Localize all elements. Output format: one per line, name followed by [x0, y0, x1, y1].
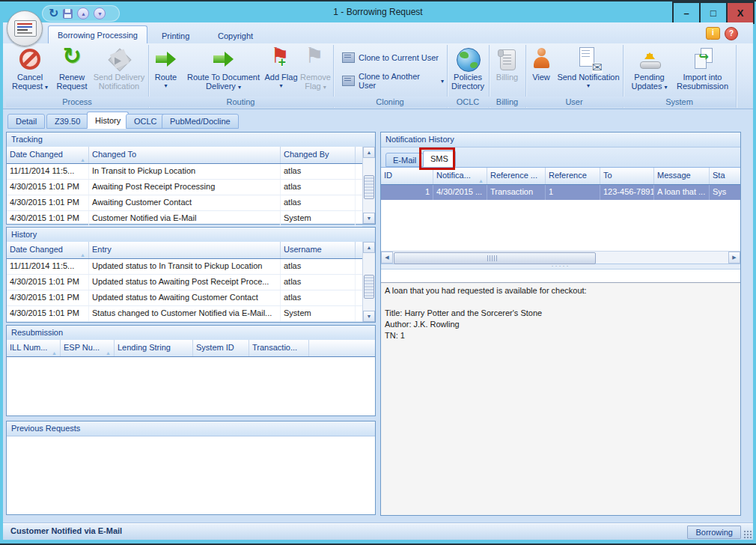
table-row[interactable]: 4/30/2015 1:01 PM Awaiting Customer Cont…	[7, 195, 362, 211]
column-header[interactable]: Message	[654, 168, 710, 184]
globe-icon	[457, 48, 481, 72]
remove-flag-icon: ⚑	[305, 44, 324, 68]
notification-history-title: Notification History	[381, 133, 740, 147]
notification-tab-row: E-Mail SMS	[381, 147, 740, 168]
column-header[interactable]: Reference	[546, 168, 600, 184]
sort-asc-icon: ▲	[106, 345, 111, 356]
column-header[interactable]: System ID	[193, 340, 249, 356]
horizontal-scrollbar[interactable]: ◀ ▶	[381, 251, 740, 264]
ribbon-group-billing: Billing Billing	[489, 45, 526, 108]
sort-asc-icon: ▲	[478, 173, 484, 184]
column-header[interactable]: Transactio...	[249, 340, 309, 356]
tab-copyright[interactable]: Copyright	[209, 28, 262, 43]
tab-history[interactable]: History	[87, 112, 129, 129]
route-to-document-delivery-button[interactable]: Route To Document Delivery ▾	[183, 45, 264, 97]
button-label: Directory	[451, 82, 484, 91]
column-header[interactable]: Reference ...	[487, 168, 546, 184]
clone-to-current-user-button[interactable]: Clone to Current User	[339, 51, 442, 64]
scrollbar-thumb[interactable]	[394, 252, 596, 264]
scrollbar-thumb[interactable]	[364, 175, 374, 199]
button-label: Route To Document	[187, 73, 260, 82]
column-header[interactable]: Date Changed▲	[7, 242, 89, 258]
sms-row-selected[interactable]: 1 4/30/2015 ... Transaction 1 123-456-78…	[381, 185, 740, 200]
renew-request-button[interactable]: ↻ Renew Request	[52, 45, 91, 97]
ribbon-group-process: Cancel Request ▾ ↻ Renew Request Send De…	[6, 45, 149, 108]
splitter-handle[interactable]: ·····	[381, 264, 740, 270]
column-header[interactable]: Notifica...▲	[433, 168, 487, 184]
scroll-down-button[interactable]: ▼	[363, 213, 375, 224]
button-label: Delivery ▾	[206, 82, 241, 92]
table-row[interactable]: 4/30/2015 1:01 PM Customer Notified via …	[7, 211, 362, 227]
column-header[interactable]: Entry	[89, 242, 281, 258]
minimize-button[interactable]: –	[672, 1, 701, 24]
column-header[interactable]: Date Changed▲	[7, 147, 89, 163]
window-title: 1 - Borrowing Request	[0, 7, 756, 17]
history-table: Date Changed▲ Entry Username 11/11/2014 …	[7, 242, 362, 322]
add-flag-button[interactable]: ⚑+ Add Flag ▾	[264, 45, 299, 97]
scroll-up-button[interactable]: ▲	[363, 242, 375, 253]
view-user-button[interactable]: View	[527, 45, 555, 97]
notice-balloon-icon[interactable]: i	[706, 27, 720, 40]
column-header[interactable]: Lending String	[115, 340, 193, 356]
import-into-resubmission-button[interactable]: ↪ Import into Resubmission	[673, 45, 733, 97]
table-row[interactable]: 11/11/2014 11:5... Updated status to In …	[7, 259, 362, 275]
policies-directory-button[interactable]: Policies Directory	[448, 45, 487, 97]
column-header-filler	[356, 147, 362, 163]
tab-pubmed-docline[interactable]: PubMed/Docline	[162, 114, 239, 129]
button-label: Updates ▾	[631, 82, 667, 92]
table-row[interactable]: 4/30/2015 1:01 PM Status changed to Cust…	[7, 306, 362, 322]
column-header[interactable]: Username	[281, 242, 356, 258]
application-menu-button[interactable]	[7, 10, 43, 46]
clone-to-another-user-button[interactable]: Clone to Another User ▾	[339, 70, 447, 91]
history-panel: History Date Changed▲ Entry Username 11/…	[6, 227, 376, 323]
tab-printing[interactable]: Printing	[153, 28, 198, 43]
table-row[interactable]: 4/30/2015 1:01 PM Awaiting Post Receipt …	[7, 180, 362, 195]
tab-borrowing-processing[interactable]: Borrowing Processing	[48, 25, 147, 43]
tab-detail[interactable]: Detail	[7, 114, 45, 129]
sort-asc-icon: ▲	[80, 247, 85, 258]
help-icon[interactable]: ?	[725, 27, 738, 40]
tab-z3950[interactable]: Z39.50	[46, 114, 88, 129]
send-notification-button[interactable]: ✉ Send Notification ▾	[555, 45, 621, 97]
ribbon-group-oclc: Policies Directory OCLC	[447, 45, 490, 108]
table-row[interactable]: 11/11/2014 11:5... In Transit to Pickup …	[7, 164, 362, 180]
cancel-request-button[interactable]: Cancel Request ▾	[7, 45, 52, 97]
column-header[interactable]: Sta	[710, 168, 740, 184]
scroll-up-button[interactable]: ▲	[363, 147, 375, 158]
table-row[interactable]: 4/30/2015 1:01 PM Updated status to Awai…	[7, 275, 362, 290]
column-header[interactable]: Changed To	[89, 147, 281, 163]
dropdown-arrow-icon: ▾	[279, 82, 282, 91]
dropdown-arrow-icon: ▾	[587, 82, 590, 91]
sms-notification-table: ID Notifica...▲ Reference ... Reference …	[381, 168, 740, 264]
scroll-down-button[interactable]: ▼	[363, 311, 375, 322]
button-label: Cancel	[17, 73, 43, 82]
column-header[interactable]: Changed By	[281, 147, 356, 163]
group-caption-cloning: Cloning	[333, 97, 447, 107]
resize-grip[interactable]	[743, 529, 752, 538]
vertical-scrollbar[interactable]: ▲ ▼	[362, 242, 375, 322]
scroll-left-button[interactable]: ◀	[381, 252, 393, 264]
button-label: Billing	[496, 73, 518, 82]
button-label: View	[532, 73, 550, 82]
scroll-right-button[interactable]: ▶	[728, 252, 740, 264]
close-button[interactable]: X	[726, 1, 755, 24]
maximize-button[interactable]: □	[699, 1, 728, 24]
annotation-highlight-box	[419, 147, 455, 170]
column-header[interactable]: ESP Nu...▲	[61, 340, 115, 356]
route-button[interactable]: Route ▾	[149, 45, 183, 97]
button-label: Request	[57, 82, 88, 91]
tab-email[interactable]: E-Mail	[385, 153, 424, 167]
vertical-scrollbar[interactable]: ▲ ▼	[362, 147, 375, 224]
table-row[interactable]: 4/30/2015 1:01 PM Updated status to Awai…	[7, 290, 362, 306]
tab-oclc[interactable]: OCLC	[126, 114, 165, 129]
document-tab-strip: Detail Z39.50 History OCLC PubMed/Doclin…	[3, 109, 753, 129]
group-caption-user: User	[525, 97, 623, 107]
column-header[interactable]: ID	[381, 168, 433, 184]
pending-updates-button[interactable]: Pending Updates ▾	[627, 45, 673, 97]
scrollbar-thumb[interactable]	[364, 275, 374, 299]
dropdown-arrow-icon: ▾	[164, 82, 167, 91]
column-header[interactable]: To	[600, 168, 654, 184]
person-icon	[532, 47, 550, 70]
column-header[interactable]: ILL Num...▲	[7, 340, 61, 356]
dropdown-arrow-icon: ▾	[45, 84, 48, 91]
